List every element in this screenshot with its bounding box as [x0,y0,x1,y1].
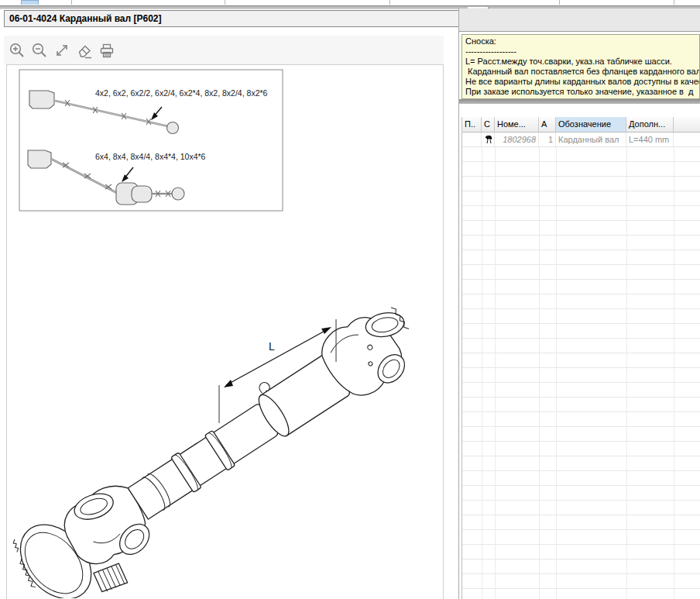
strip-divider [559,0,560,5]
strip-divider [389,0,390,5]
top-strip [0,0,700,5]
part-extra-cell [674,133,700,147]
column-header-s[interactable]: С [482,117,495,132]
part-row[interactable]: 1802968 1 Карданный вал L=440 mm [462,133,700,147]
footnote-box: Сноска: ------------------ L= Расст.межд… [462,34,700,99]
footnote-line: При заказе используется только значение,… [465,87,699,97]
cardan-shaft-drawing: 4x2, 6x2, 6x2/2, 6x2/4, 6x2*4, 8x2, 8x2/… [7,65,443,598]
parts-table-header: П.. С Номе... А Обозначение Дополн... [462,117,700,133]
part-designation: Карданный вал [556,133,626,147]
top-tab-sliver [21,0,39,5]
print-button[interactable] [98,41,116,60]
footnote-separator: ------------------ [465,46,699,57]
drawing-area: 4x2, 6x2, 6x2/2, 6x2/4, 6x2*4, 8x2, 8x2/… [6,64,444,599]
eraser-button[interactable] [75,41,94,60]
column-header-number[interactable]: Номе... [495,117,539,132]
column-header-qty[interactable]: А [539,117,556,132]
variant-label-bottom: 6x4, 8x4, 8x4/4, 8x4*4, 10x4*6 [95,152,206,161]
part-info: L=440 mm [626,133,674,147]
footnote-line: Карданный вал поставляется без фланцев к… [465,67,699,77]
schematic-axle-circle [172,188,184,200]
zoom-out-icon [31,42,48,59]
parts-table: П.. С Номе... А Обозначение Дополн... 18… [462,117,700,599]
cardan-shaft [7,291,443,598]
part-number[interactable]: 1802968 [495,133,539,147]
dimension-label: L [269,340,275,353]
variant-label-top: 4x2, 6x2, 6x2/2, 6x2/4, 6x2*4, 8x2, 8x2/… [95,88,268,98]
column-header-designation[interactable]: Обозначение [556,117,626,132]
zoom-out-button[interactable] [30,41,49,60]
resize-arrows-icon [53,42,70,59]
zoom-in-icon [9,42,26,59]
column-header-info[interactable]: Дополн... [626,117,674,132]
schematic-gearbox [28,150,51,168]
strip-divider [674,0,674,5]
strip-divider [225,0,225,5]
part-flag-cell [482,133,495,147]
printer-icon [98,42,115,59]
schematic-gearbox [29,91,54,108]
fit-view-button[interactable] [53,41,71,60]
footnote-line: L= Расст.между точ.сварки, указ.на табли… [465,57,699,67]
zoom-in-button[interactable] [8,41,26,60]
column-header-extra[interactable] [674,117,700,132]
part-pos-cell [462,133,482,147]
footnote-line: Не все варианты длины карданных валов до… [465,77,699,87]
details-panel: Сноска: ------------------ L= Расст.межд… [458,9,700,599]
strip-divider [71,0,72,5]
footnote-title: Сноска: [465,36,699,46]
part-note-icon [484,135,493,144]
horizontal-splitter[interactable] [459,99,700,104]
column-header-pos[interactable]: П.. [462,117,482,132]
empty-grid-rows [462,147,700,599]
variants-inset-box: 4x2, 6x2, 6x2/2, 6x2/4, 6x2*4, 8x2, 8x2/… [19,70,283,211]
panel-header-band [459,9,700,32]
page-title: 06-01-4024 Карданный вал [P602] [4,10,461,27]
part-qty: 1 [539,133,556,147]
eraser-icon [76,42,93,59]
schematic-axle-circle [167,122,179,134]
drawing-toolbar [4,36,444,64]
